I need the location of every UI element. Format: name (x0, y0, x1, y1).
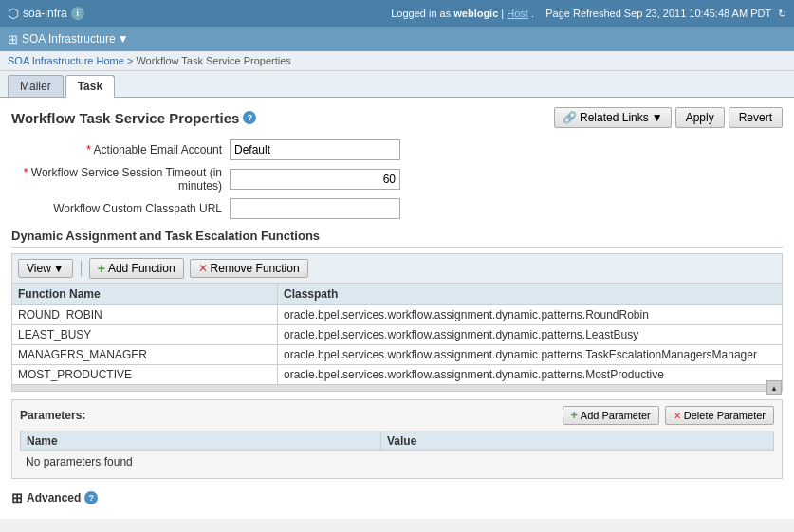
classpath-url-label: Workflow Custom Classpath URL (11, 202, 230, 215)
function-name-cell: ROUND_ROBIN (12, 305, 278, 325)
breadcrumb-separator: > (127, 55, 136, 66)
params-col-name: Name (21, 431, 381, 451)
main-content: Workflow Task Service Properties ? 🔗 Rel… (0, 98, 794, 519)
classpath-cell: oracle.bpel.services.workflow.assignment… (278, 345, 783, 365)
col-function-name: Function Name (12, 284, 278, 305)
info-icon[interactable]: i (71, 7, 84, 20)
classpath-url-label-text: Workflow Custom Classpath URL (53, 202, 222, 215)
add-function-label: Add Function (108, 262, 175, 275)
page-title-row: Workflow Task Service Properties ? 🔗 Rel… (11, 107, 783, 128)
table-row[interactable]: MOST_PRODUCTIVEoracle.bpel.services.work… (12, 365, 783, 385)
soa-dropdown-arrow[interactable]: ▼ (118, 32, 129, 46)
params-header-row: Name Value (21, 431, 774, 451)
delete-param-label: Delete Parameter (684, 410, 766, 421)
related-links-button[interactable]: 🔗 Related Links ▼ (554, 107, 672, 128)
actionable-email-label-text: Actionable Email Account (94, 143, 222, 156)
functions-table: Function Name Classpath ROUND_ROBINoracl… (11, 283, 783, 385)
soa-icon: ⬡ (8, 6, 19, 21)
add-param-label: Add Parameter (581, 410, 651, 421)
apply-button[interactable]: Apply (675, 107, 725, 128)
classpath-cell: oracle.bpel.services.workflow.assignment… (278, 305, 783, 325)
function-toolbar: View ▼ + Add Function ✕ Remove Function (11, 253, 783, 283)
breadcrumb: SOA Infrastructure Home > Workflow Task … (0, 51, 794, 71)
parameters-section: Parameters: + Add Parameter ✕ Delete Par… (11, 399, 783, 479)
view-button[interactable]: View ▼ (18, 259, 73, 278)
delete-param-icon: ✕ (674, 411, 681, 421)
advanced-info-icon[interactable]: ? (84, 491, 98, 504)
refresh-icon[interactable]: ↻ (778, 8, 786, 19)
logged-in-label: Logged in as (391, 8, 453, 19)
view-dropdown-arrow: ▼ (53, 262, 65, 275)
params-title: Parameters: (20, 409, 85, 422)
session-timeout-input[interactable] (230, 169, 400, 190)
login-info: Logged in as weblogic | Host . Page Refr… (391, 8, 786, 20)
scroll-up-button[interactable]: ▲ (766, 380, 782, 395)
classpath-cell: oracle.bpel.services.workflow.assignment… (278, 365, 783, 385)
dynamic-section-header: Dynamic Assignment and Task Escalation F… (11, 229, 783, 248)
classpath-url-input[interactable] (230, 198, 400, 219)
table-scrollbar[interactable]: ▲ (11, 384, 783, 392)
delete-parameter-button[interactable]: ✕ Delete Parameter (665, 406, 774, 425)
advanced-section: ⊞ Advanced ? (11, 486, 783, 509)
host-sep: | (498, 8, 507, 19)
add-param-icon: + (571, 409, 578, 422)
related-links-label: Related Links (580, 111, 649, 124)
function-name-cell: MOST_PRODUCTIVE (12, 365, 278, 385)
actionable-email-input[interactable] (230, 139, 400, 160)
related-dropdown-arrow: ▼ (652, 111, 663, 124)
function-name-cell: MANAGERS_MANAGER (12, 345, 278, 365)
col-classpath: Classpath (278, 284, 783, 305)
params-actions: + Add Parameter ✕ Delete Parameter (563, 406, 774, 425)
breadcrumb-current: Workflow Task Service Properties (136, 55, 290, 66)
tab-mailer[interactable]: Mailer (8, 75, 64, 97)
advanced-label[interactable]: Advanced (27, 491, 81, 504)
params-table: Name Value (20, 431, 774, 451)
required-marker: * (86, 143, 93, 156)
params-col-value: Value (381, 431, 774, 451)
session-timeout-label: * Workflow Service Session Timeout (in m… (11, 166, 230, 193)
table-row[interactable]: LEAST_BUSYoracle.bpel.services.workflow.… (12, 325, 783, 345)
required-marker-2: * (24, 166, 31, 179)
soa-bar-icon: ⊞ (8, 32, 18, 46)
page-title-text: Workflow Task Service Properties (11, 110, 239, 126)
tab-task[interactable]: Task (65, 75, 115, 98)
add-icon: + (98, 261, 105, 276)
username: weblogic (453, 8, 498, 19)
function-name-cell: LEAST_BUSY (12, 325, 278, 345)
table-header-row: Function Name Classpath (12, 284, 783, 305)
dot-sep: . (528, 8, 537, 19)
no-params-message: No parameters found (20, 451, 774, 472)
session-timeout-label-text: Workflow Service Session Timeout (in min… (31, 166, 222, 193)
remove-icon: ✕ (198, 262, 208, 275)
table-row[interactable]: MANAGERS_MANAGERoracle.bpel.services.wor… (12, 345, 783, 365)
actionable-email-label: * Actionable Email Account (11, 143, 230, 156)
breadcrumb-home-link[interactable]: SOA Infrastructure Home (8, 55, 124, 66)
tabs-bar: Mailer Task (0, 71, 794, 98)
title-actions: 🔗 Related Links ▼ Apply Revert (554, 107, 783, 128)
link-icon: 🔗 (563, 111, 577, 124)
page-refresh-text: Page Refreshed Sep 23, 2011 10:45:48 AM … (545, 8, 771, 19)
add-function-button[interactable]: + Add Function (89, 258, 184, 279)
toolbar-separator (81, 261, 82, 276)
classpath-cell: oracle.bpel.services.workflow.assignment… (278, 325, 783, 345)
host-label[interactable]: Host (507, 8, 528, 19)
page-title-area: Workflow Task Service Properties ? (11, 110, 256, 126)
add-parameter-button[interactable]: + Add Parameter (563, 406, 659, 425)
soa-bar: ⊞ SOA Infrastructure ▼ (0, 27, 794, 51)
revert-button[interactable]: Revert (729, 107, 783, 128)
remove-function-button[interactable]: ✕ Remove Function (190, 259, 308, 278)
view-label: View (27, 262, 51, 275)
actionable-email-row: * Actionable Email Account (11, 139, 783, 160)
app-title-area: ⬡ soa-infra i (8, 6, 84, 21)
classpath-url-row: Workflow Custom Classpath URL (11, 198, 783, 219)
session-timeout-row: * Workflow Service Session Timeout (in m… (11, 166, 783, 193)
remove-function-label: Remove Function (211, 262, 300, 275)
top-header: ⬡ soa-infra i Logged in as weblogic | Ho… (0, 0, 794, 27)
soa-bar-title[interactable]: SOA Infrastructure (22, 32, 116, 46)
table-row[interactable]: ROUND_ROBINoracle.bpel.services.workflow… (12, 305, 783, 325)
page-title-info-icon[interactable]: ? (243, 111, 256, 124)
advanced-toggle-icon[interactable]: ⊞ (11, 490, 23, 505)
app-name: soa-infra (23, 7, 67, 20)
params-header: Parameters: + Add Parameter ✕ Delete Par… (20, 406, 774, 425)
